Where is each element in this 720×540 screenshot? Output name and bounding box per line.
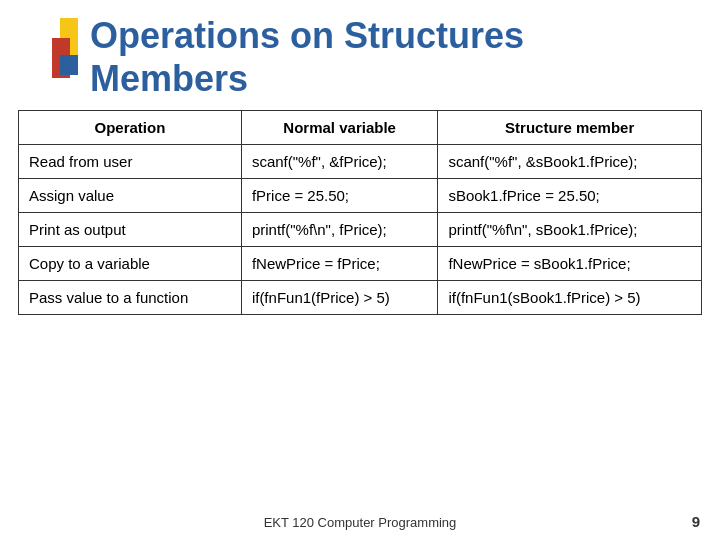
table-row: Copy to a variable fNewPrice = fPrice; f… xyxy=(19,247,702,281)
row2-operation: Print as output xyxy=(19,213,242,247)
col-header-operation: Operation xyxy=(19,111,242,145)
row0-structure: scanf("%f", &sBook1.fPrice); xyxy=(438,145,702,179)
row2-normal: printf("%f\n", fPrice); xyxy=(241,213,438,247)
table-row: Pass value to a function if(fnFun1(fPric… xyxy=(19,281,702,315)
row1-operation: Assign value xyxy=(19,179,242,213)
row2-structure: printf("%f\n", sBook1.fPrice); xyxy=(438,213,702,247)
slide-title: Operations on Structures Members xyxy=(90,14,524,100)
row3-structure: fNewPrice = sBook1.fPrice; xyxy=(438,247,702,281)
row3-normal: fNewPrice = fPrice; xyxy=(241,247,438,281)
footer-text: EKT 120 Computer Programming xyxy=(0,515,720,530)
table-row: Print as output printf("%f\n", fPrice); … xyxy=(19,213,702,247)
row0-operation: Read from user xyxy=(19,145,242,179)
row0-normal: scanf("%f", &fPrice); xyxy=(241,145,438,179)
row4-structure: if(fnFun1(sBook1.fPrice) > 5) xyxy=(438,281,702,315)
title-line1: Operations on Structures xyxy=(90,14,524,57)
table-row: Assign value fPrice = 25.50; sBook1.fPri… xyxy=(19,179,702,213)
row3-operation: Copy to a variable xyxy=(19,247,242,281)
table-header-row: Operation Normal variable Structure memb… xyxy=(19,111,702,145)
row1-normal: fPrice = 25.50; xyxy=(241,179,438,213)
accent-blue xyxy=(60,55,78,75)
page-number: 9 xyxy=(692,513,700,530)
col-header-normal: Normal variable xyxy=(241,111,438,145)
col-header-structure: Structure member xyxy=(438,111,702,145)
slide-container: Operations on Structures Members Operati… xyxy=(0,0,720,540)
table-area: Operation Normal variable Structure memb… xyxy=(18,110,702,490)
row4-operation: Pass value to a function xyxy=(19,281,242,315)
title-line2: Members xyxy=(90,57,524,100)
operations-table: Operation Normal variable Structure memb… xyxy=(18,110,702,315)
table-row: Read from user scanf("%f", &fPrice); sca… xyxy=(19,145,702,179)
row4-normal: if(fnFun1(fPrice) > 5) xyxy=(241,281,438,315)
row1-structure: sBook1.fPrice = 25.50; xyxy=(438,179,702,213)
